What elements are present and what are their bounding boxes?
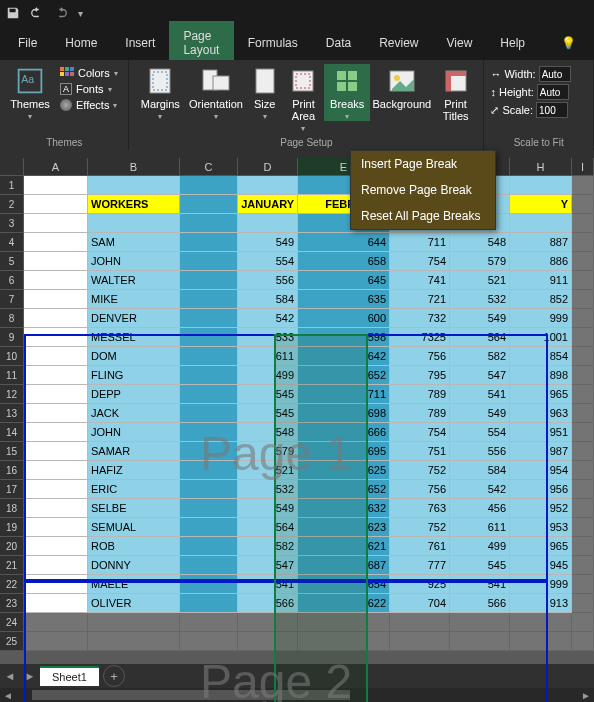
print-area-button[interactable]: Print Area▾ xyxy=(283,64,325,133)
cell[interactable] xyxy=(24,537,88,556)
cell[interactable]: MESSEL xyxy=(88,328,180,347)
cell[interactable]: 652 xyxy=(298,480,390,499)
row-header[interactable]: 9 xyxy=(0,328,24,347)
menu-item-file[interactable]: File xyxy=(4,28,51,58)
effects-button[interactable]: Effects▾ xyxy=(58,98,120,112)
cell[interactable]: 542 xyxy=(238,309,298,328)
cell[interactable]: 698 xyxy=(298,404,390,423)
row-header[interactable]: 6 xyxy=(0,271,24,290)
cell[interactable]: 704 xyxy=(390,594,450,613)
cell[interactable] xyxy=(510,613,572,632)
cell[interactable] xyxy=(572,575,594,594)
cell[interactable]: MIKE xyxy=(88,290,180,309)
cell[interactable]: 533 xyxy=(238,328,298,347)
size-button[interactable]: Size▾ xyxy=(247,64,283,121)
cell[interactable]: 795 xyxy=(390,366,450,385)
cell[interactable] xyxy=(572,442,594,461)
cell[interactable]: 632 xyxy=(298,499,390,518)
cell[interactable] xyxy=(572,499,594,518)
cell[interactable] xyxy=(510,214,572,233)
sheet-nav-prev[interactable]: ◄ xyxy=(0,670,20,682)
cell[interactable]: 761 xyxy=(390,537,450,556)
cell[interactable] xyxy=(180,252,238,271)
cell[interactable] xyxy=(572,613,594,632)
cell[interactable] xyxy=(510,632,572,651)
cell[interactable]: 548 xyxy=(450,233,510,252)
cell[interactable] xyxy=(24,271,88,290)
cell[interactable] xyxy=(238,613,298,632)
cell[interactable]: 965 xyxy=(510,537,572,556)
cell[interactable]: 611 xyxy=(238,347,298,366)
cell[interactable]: DENVER xyxy=(88,309,180,328)
cell[interactable]: 621 xyxy=(298,537,390,556)
menu-item-formulas[interactable]: Formulas xyxy=(234,28,312,58)
cell[interactable]: 554 xyxy=(450,423,510,442)
cell[interactable]: 598 xyxy=(298,328,390,347)
menu-item-page-layout[interactable]: Page Layout xyxy=(169,21,233,65)
cell[interactable] xyxy=(24,423,88,442)
print-titles-button[interactable]: Print Titles xyxy=(434,64,478,122)
cell[interactable]: 952 xyxy=(510,499,572,518)
cell[interactable]: 499 xyxy=(450,537,510,556)
cell[interactable]: 956 xyxy=(510,480,572,499)
cell[interactable] xyxy=(180,461,238,480)
themes-button[interactable]: Aa Themes ▾ xyxy=(6,64,54,121)
cell[interactable]: 756 xyxy=(390,480,450,499)
cell[interactable] xyxy=(572,518,594,537)
cell[interactable]: 652 xyxy=(298,366,390,385)
column-header[interactable]: I xyxy=(572,158,594,176)
menu-item-help[interactable]: Help xyxy=(486,28,539,58)
cell[interactable] xyxy=(24,442,88,461)
cell[interactable] xyxy=(180,347,238,366)
cell[interactable]: 654 xyxy=(298,575,390,594)
cell[interactable]: 854 xyxy=(510,347,572,366)
cell[interactable]: 666 xyxy=(298,423,390,442)
cell[interactable]: 545 xyxy=(238,404,298,423)
cell[interactable]: 887 xyxy=(510,233,572,252)
row-header[interactable]: 15 xyxy=(0,442,24,461)
cell[interactable]: 532 xyxy=(450,290,510,309)
cell[interactable] xyxy=(88,613,180,632)
cell[interactable] xyxy=(180,404,238,423)
cell[interactable] xyxy=(572,328,594,347)
menu-item-home[interactable]: Home xyxy=(51,28,111,58)
cell[interactable] xyxy=(24,518,88,537)
cell[interactable]: 545 xyxy=(450,556,510,575)
cell[interactable]: 622 xyxy=(298,594,390,613)
cell[interactable] xyxy=(572,423,594,442)
cell[interactable]: 564 xyxy=(238,518,298,537)
cell[interactable]: 925 xyxy=(390,575,450,594)
cell[interactable] xyxy=(24,252,88,271)
sheet-nav-next[interactable]: ► xyxy=(20,670,40,682)
cell[interactable]: 635 xyxy=(298,290,390,309)
cell[interactable] xyxy=(238,176,298,195)
cell[interactable]: 644 xyxy=(298,233,390,252)
cell[interactable]: 852 xyxy=(510,290,572,309)
cell[interactable] xyxy=(88,176,180,195)
cell[interactable] xyxy=(572,385,594,404)
row-header[interactable]: 25 xyxy=(0,632,24,651)
cell[interactable]: 789 xyxy=(390,385,450,404)
cell[interactable]: 542 xyxy=(450,480,510,499)
cell[interactable] xyxy=(572,537,594,556)
cell[interactable] xyxy=(238,214,298,233)
cell[interactable]: 584 xyxy=(450,461,510,480)
width-input[interactable] xyxy=(539,66,571,82)
cell[interactable]: 499 xyxy=(238,366,298,385)
cell[interactable]: 625 xyxy=(298,461,390,480)
cell[interactable] xyxy=(180,575,238,594)
cell[interactable]: 456 xyxy=(450,499,510,518)
cell[interactable]: SAMAR xyxy=(88,442,180,461)
row-header[interactable]: 1 xyxy=(0,176,24,195)
cell[interactable] xyxy=(180,632,238,651)
cell[interactable] xyxy=(24,404,88,423)
cell[interactable] xyxy=(572,404,594,423)
cell[interactable]: 549 xyxy=(238,233,298,252)
sheet-tab-active[interactable]: Sheet1 xyxy=(40,666,99,686)
scrollbar-thumb[interactable] xyxy=(32,690,350,700)
cell[interactable] xyxy=(24,328,88,347)
cell[interactable]: 521 xyxy=(238,461,298,480)
cell[interactable]: 548 xyxy=(238,423,298,442)
cell[interactable] xyxy=(180,195,238,214)
row-header[interactable]: 7 xyxy=(0,290,24,309)
